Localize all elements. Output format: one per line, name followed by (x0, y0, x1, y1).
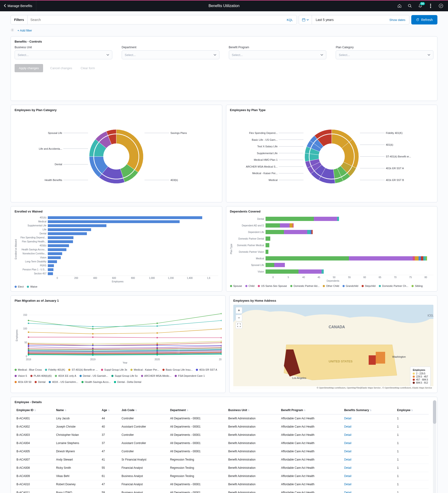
svg-text:ICELAN: ICELAN (427, 314, 433, 317)
back-button[interactable]: Manage Benefits (0, 0, 36, 11)
detail-link[interactable]: Detail (344, 433, 352, 437)
table-cell: 59 (100, 489, 120, 493)
detail-link[interactable]: Detail (344, 466, 352, 470)
table-cell: 1 (395, 439, 429, 447)
table-row[interactable]: B-ACA011Bono UTWO59Business AnalystAll D… (15, 489, 429, 493)
zoom-out-button[interactable]: − (236, 315, 242, 321)
table-cell: B-ACA004 (15, 439, 54, 447)
detail-link[interactable]: Detail (344, 417, 352, 420)
kql-toggle[interactable]: KQL (283, 18, 297, 22)
table-row[interactable]: B-ACA007Andy Stewart41Sr Financial Analy… (15, 456, 429, 464)
calendar-icon[interactable] (299, 15, 312, 24)
table-cell: B-ACA002 (15, 423, 54, 431)
control-select[interactable]: Select... (122, 50, 219, 59)
table-cell: Controller (120, 415, 168, 423)
fit-button[interactable]: ⛶ (236, 322, 242, 329)
filters-label[interactable]: Filters (11, 15, 28, 24)
date-picker[interactable]: Last 5 years Show dates (299, 15, 409, 24)
svg-text:Los Angeles: Los Angeles (292, 377, 306, 379)
table-cell: Regression Testing (168, 456, 227, 464)
apply-changes-button[interactable]: Apply changes (15, 64, 43, 72)
map-canvas[interactable]: CANADA UNITED STATES Washington Los Ange… (233, 305, 433, 390)
table-cell: 37 (100, 431, 120, 439)
table-header[interactable]: Benefit Program⇅ (279, 406, 342, 415)
filter-settings-icon[interactable] (11, 28, 14, 33)
control-select[interactable]: Select... (229, 50, 327, 59)
detail-link[interactable]: Detail (344, 483, 352, 486)
table-cell: 1 (395, 447, 429, 456)
search-input[interactable] (28, 15, 283, 24)
table-header[interactable]: Employee ID⇅ (15, 406, 54, 415)
table-header[interactable]: Benefits Summary⇅ (342, 406, 395, 415)
detail-link[interactable]: Detail (344, 450, 352, 453)
table-cell: 55 (100, 464, 120, 472)
table-row[interactable]: B-ACA004Lorraine Stephens37Assistant Con… (15, 439, 429, 447)
header-actions: 54 (397, 3, 448, 8)
svg-text:ARCHER MSA-Medical S...: ARCHER MSA-Medical S... (246, 165, 277, 168)
controls-panel: Benefits - Controls Business UnitSelect.… (11, 36, 437, 101)
table-row[interactable]: B-ACA009Vikas Behl61Business AnalystRegr… (15, 472, 429, 480)
table-row[interactable]: B-ACA010Robert Downey47Financial Analyst… (15, 480, 429, 489)
table-cell: Assistant Controller (120, 423, 168, 431)
refresh-button[interactable]: Refresh (411, 15, 437, 24)
table-cell: Detail (342, 423, 395, 431)
migration-ylabel: Employees (15, 305, 19, 366)
table-header[interactable]: Employee⇅ (395, 406, 429, 415)
detail-link[interactable]: Detail (344, 441, 352, 445)
table-cell: B-ACA010 (15, 480, 54, 489)
table-row[interactable]: B-ACA003Christopher Nolan37ControllerAll… (15, 431, 429, 439)
table-scrollbar[interactable] (433, 400, 436, 493)
table-cell: Detail (342, 480, 395, 489)
svg-text:Dental: Dental (55, 163, 62, 166)
table-cell: All Departments - 00001 (168, 480, 227, 489)
table-header[interactable]: Job Code⇅ (120, 406, 168, 415)
table-header[interactable]: Name⇅ (54, 406, 100, 415)
more-icon[interactable] (428, 3, 433, 8)
notifications-icon[interactable]: 54 (418, 3, 423, 8)
donut2-title: Employees by Plan Type (230, 108, 434, 112)
table-row[interactable]: B-ACA001Liny Jacob44ControllerAll Depart… (15, 415, 429, 423)
control-select[interactable]: Select... (336, 50, 433, 59)
detail-link[interactable]: Detail (344, 458, 352, 461)
add-filter-link[interactable]: + Add filter (17, 29, 32, 32)
table-cell: Detail (342, 489, 395, 493)
show-dates-link[interactable]: Show dates (386, 15, 409, 24)
svg-text:2018: 2018 (26, 358, 31, 361)
table-cell: Financial Analyst (120, 480, 168, 489)
table-title: Employee - Details (15, 400, 433, 404)
svg-text:Medical HMO Plan 1: Medical HMO Plan 1 (254, 158, 277, 161)
controls-title: Benefits - Controls (15, 40, 433, 43)
enrolled-panel: Enrolled vs Waived Enrolled vs Waived 40… (11, 206, 222, 291)
table-cell: 37 (100, 439, 120, 447)
filter-options-row: + Add filter (11, 28, 437, 33)
svg-text:2019: 2019 (90, 358, 96, 361)
map-legend: Employees 2 - 229.5229.5 - 457457 - 684.… (410, 367, 431, 387)
table-header[interactable]: Department⇅ (168, 406, 227, 415)
table-cell: B-ACA001 (15, 415, 54, 423)
svg-line-1 (410, 6, 412, 8)
zoom-in-button[interactable]: + (236, 307, 242, 314)
table-cell: Business Analyst (120, 472, 168, 480)
control-select[interactable]: Select... (15, 50, 112, 59)
home-icon[interactable] (397, 3, 402, 8)
migration-title: Plan Migration as of January 1 (15, 299, 221, 303)
detail-link[interactable]: Detail (344, 491, 352, 493)
svg-text:ST-401(k) Benefit er...: ST-401(k) Benefit er... (386, 155, 411, 158)
detail-link[interactable]: Detail (344, 474, 352, 478)
clear-form-button[interactable]: Clear form (79, 66, 96, 70)
table-header[interactable]: Business Unit⇅ (226, 406, 279, 415)
table-cell: Affordable Care Act Health (279, 439, 342, 447)
compass-icon[interactable] (439, 3, 443, 8)
table-row[interactable]: B-ACA008Ricky Smith55Financial AnalystRe… (15, 464, 429, 472)
cancel-changes-button[interactable]: Cancel changes (49, 66, 73, 70)
map-svg: CANADA UNITED STATES Washington Los Ange… (233, 305, 433, 390)
svg-text:Life and Accidenta...: Life and Accidenta... (39, 147, 62, 150)
search-icon[interactable] (408, 3, 412, 8)
table-row[interactable]: B-ACA005Dinesh Myneni47ControllerAll Dep… (15, 447, 429, 456)
svg-text:50: 50 (24, 341, 27, 344)
table-header[interactable]: Age⇅ (100, 406, 120, 415)
map-title: Employees by Home Address (233, 299, 433, 303)
table-row[interactable]: B-ACA002Joseph Christie40Assistant Contr… (15, 423, 429, 431)
map-attribution: © OpenStreetMap contributors, OpenMapTil… (233, 386, 433, 390)
detail-link[interactable]: Detail (344, 425, 352, 428)
